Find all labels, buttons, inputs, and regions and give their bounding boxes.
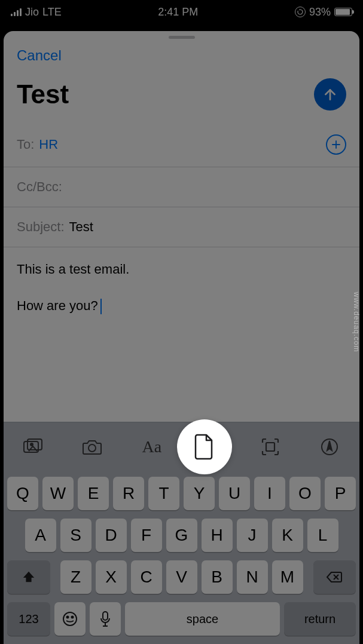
status-left: Jio LTE <box>11 6 62 19</box>
text-cursor <box>100 299 102 314</box>
emoji-icon <box>62 611 78 627</box>
subject-field[interactable]: Subject: Test <box>4 207 359 247</box>
status-time: 2:41 PM <box>158 6 198 19</box>
key-f[interactable]: F <box>131 519 162 552</box>
key-o[interactable]: O <box>289 477 321 510</box>
key-u[interactable]: U <box>219 477 250 510</box>
highlight-callout <box>177 419 232 474</box>
keyboard-toolbar: Aa <box>4 422 359 471</box>
svg-rect-7 <box>266 443 274 451</box>
battery-percent: 93% <box>309 6 331 19</box>
key-e[interactable]: E <box>78 477 109 510</box>
document-icon <box>193 433 216 461</box>
key-g[interactable]: G <box>166 519 197 552</box>
key-b[interactable]: B <box>202 560 233 594</box>
return-key[interactable]: return <box>284 602 356 636</box>
key-l[interactable]: L <box>307 519 338 552</box>
compose-sheet: Cancel Test To: HR Cc/Bcc: Subject: Test… <box>4 31 359 644</box>
key-i[interactable]: I <box>254 477 285 510</box>
backspace-icon <box>326 571 343 583</box>
keyboard: QWERTYUIOP ASDFGHJKL ZXCVBNM 123 space r… <box>4 471 359 644</box>
key-n[interactable]: N <box>237 560 268 594</box>
email-body[interactable]: This is a test email. How are you? <box>4 247 359 346</box>
carrier-label: Jio <box>25 6 39 19</box>
svg-point-12 <box>67 617 69 618</box>
svg-point-13 <box>72 617 74 618</box>
photos-icon <box>23 438 44 456</box>
microphone-icon <box>100 611 111 627</box>
key-d[interactable]: D <box>96 519 127 552</box>
emoji-key[interactable] <box>54 602 86 636</box>
key-a[interactable]: A <box>25 519 56 552</box>
ccbcc-label: Cc/Bcc: <box>17 179 62 195</box>
arrow-up-icon <box>322 87 338 102</box>
key-r[interactable]: R <box>113 477 144 510</box>
markup-button[interactable] <box>318 435 341 459</box>
key-m[interactable]: M <box>272 560 303 594</box>
svg-point-5 <box>30 443 33 446</box>
subject-label: Subject: <box>17 219 65 235</box>
key-x[interactable]: X <box>96 560 127 594</box>
text-format-button[interactable]: Aa <box>140 435 164 459</box>
key-p[interactable]: P <box>325 477 356 510</box>
compose-title: Test <box>17 79 69 109</box>
body-line-1: This is a test email. <box>17 260 346 279</box>
cancel-button[interactable]: Cancel <box>17 47 62 64</box>
take-photo-button[interactable] <box>81 435 105 459</box>
key-z[interactable]: Z <box>60 560 91 594</box>
markup-icon <box>320 437 339 456</box>
scan-icon <box>261 437 280 456</box>
shift-icon <box>22 571 35 584</box>
send-button[interactable] <box>314 78 346 111</box>
svg-point-11 <box>63 612 77 625</box>
key-v[interactable]: V <box>166 560 197 594</box>
svg-rect-14 <box>103 612 108 620</box>
key-s[interactable]: S <box>60 519 91 552</box>
ccbcc-field[interactable]: Cc/Bcc: <box>4 167 359 207</box>
key-w[interactable]: W <box>42 477 74 510</box>
key-t[interactable]: T <box>148 477 179 510</box>
to-value: HR <box>39 137 58 152</box>
camera-icon <box>82 438 103 455</box>
shift-key[interactable] <box>7 560 50 594</box>
svg-point-6 <box>89 444 96 452</box>
orientation-lock-icon <box>295 7 306 17</box>
network-label: LTE <box>42 6 62 19</box>
battery-icon <box>334 8 352 16</box>
key-h[interactable]: H <box>202 519 233 552</box>
body-line-2: How are you? <box>17 297 346 315</box>
insert-photos-button[interactable] <box>22 435 45 459</box>
key-k[interactable]: K <box>272 519 303 552</box>
plus-icon <box>331 139 341 150</box>
signal-bars-icon <box>11 8 22 16</box>
to-field[interactable]: To: HR <box>4 122 359 167</box>
backspace-key[interactable] <box>313 560 356 594</box>
scan-document-button[interactable] <box>258 435 282 459</box>
dictation-key[interactable] <box>90 602 121 636</box>
add-contact-button[interactable] <box>326 134 346 155</box>
key-c[interactable]: C <box>131 560 162 594</box>
subject-value: Test <box>69 219 93 235</box>
watermark: www.deuaq.com <box>352 292 361 352</box>
number-key[interactable]: 123 <box>7 602 50 636</box>
key-q[interactable]: Q <box>7 477 38 510</box>
key-j[interactable]: J <box>237 519 268 552</box>
to-label: To: <box>17 137 34 152</box>
key-y[interactable]: Y <box>184 477 215 510</box>
space-key[interactable]: space <box>125 602 280 636</box>
status-bar: Jio LTE 2:41 PM 93% <box>0 0 363 24</box>
status-right: 93% <box>295 6 352 19</box>
